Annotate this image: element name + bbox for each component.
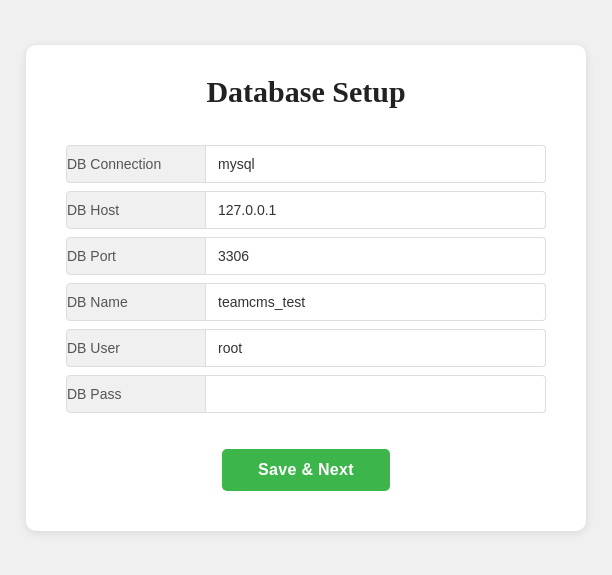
form-table: DB ConnectionDB HostDB PortDB NameDB Use…: [66, 137, 546, 421]
form-row-db_pass: DB Pass: [66, 375, 546, 413]
label-db_pass: DB Pass: [66, 375, 206, 413]
db_pass-input[interactable]: [206, 376, 545, 412]
form-row-db_user: DB User: [66, 329, 546, 367]
input-cell-db_pass: [206, 375, 546, 413]
database-setup-card: Database Setup DB ConnectionDB HostDB Po…: [26, 45, 586, 531]
input-cell-db_connection: [206, 145, 546, 183]
label-db_connection: DB Connection: [66, 145, 206, 183]
label-db_name: DB Name: [66, 283, 206, 321]
db_connection-input[interactable]: [206, 146, 545, 182]
input-cell-db_host: [206, 191, 546, 229]
page-title: Database Setup: [66, 75, 546, 109]
input-cell-db_user: [206, 329, 546, 367]
label-db_host: DB Host: [66, 191, 206, 229]
button-row: Save & Next: [66, 449, 546, 491]
db_user-input[interactable]: [206, 330, 545, 366]
save-next-button[interactable]: Save & Next: [222, 449, 390, 491]
db_name-input[interactable]: [206, 284, 545, 320]
input-cell-db_name: [206, 283, 546, 321]
db_port-input[interactable]: [206, 238, 545, 274]
label-db_user: DB User: [66, 329, 206, 367]
input-cell-db_port: [206, 237, 546, 275]
label-db_port: DB Port: [66, 237, 206, 275]
form-row-db_connection: DB Connection: [66, 145, 546, 183]
db_host-input[interactable]: [206, 192, 545, 228]
form-row-db_host: DB Host: [66, 191, 546, 229]
form-row-db_port: DB Port: [66, 237, 546, 275]
form-row-db_name: DB Name: [66, 283, 546, 321]
